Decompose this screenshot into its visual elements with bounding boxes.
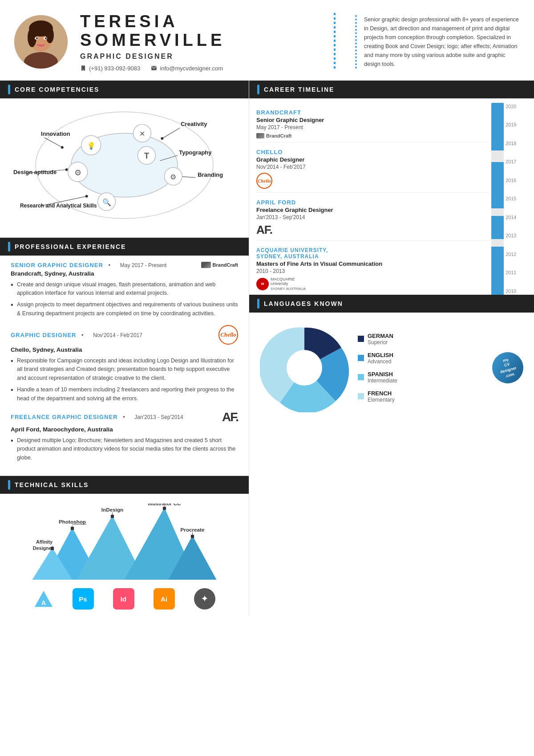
contact-info: (+91) 933-092-9083 info@mycvdesigner.com [80,65,314,72]
bullet-item: Responsible for Campaign concepts and id… [11,357,238,382]
right-column: CAREER TIMELINE BRANDCRAFT Senior Graphi… [249,81,534,616]
bullet-item: Create and design unique visual images, … [11,280,238,298]
chello-logo-tl: Chello [256,173,272,189]
tool-photoshop: Ps [73,588,94,610]
svg-text:⚙: ⚙ [170,173,176,181]
svg-text:T: T [144,151,149,160]
svg-text:InDesign: InDesign [101,507,123,512]
svg-line-18 [162,128,180,138]
job3-title-row: FREELANCE GRAPHIC DESIGNER • Jan'2013 - … [11,414,183,420]
bc-logo-icon [256,133,264,138]
skills-section: Photoshop InDesign Illustrator CC Affini… [0,494,249,616]
svg-point-19 [161,137,163,140]
lang-color-german [358,336,364,342]
job1-bullets: Create and design unique visual images, … [11,280,238,318]
brandcraft-logo: BrandCraft [201,262,238,268]
section-accent [257,299,259,309]
tool-affinity: A [34,589,53,609]
experience-section: SENIOR GRAPHIC DESIGNER • May 2017 - Pre… [0,256,249,476]
main-content: CORE COMPETENCIES [0,81,534,616]
af-logo: AF. [222,410,238,424]
section-accent [8,242,10,252]
svg-point-10 [37,44,44,47]
svg-text:Creativity: Creativity [181,121,207,127]
job2-header-row: GRAPHIC DESIGNER • Nov'2014 - Feb'2017 C… [11,325,238,345]
svg-text:Procreate: Procreate [181,527,205,532]
svg-point-9 [45,37,47,39]
svg-text:Innovation: Innovation [41,130,70,137]
job3-title: FREELANCE GRAPHIC DESIGNER [11,414,118,420]
lang-color-spanish [358,374,364,380]
bc-icon [201,262,211,268]
job-dates: May 2017 - Present [256,124,490,130]
svg-point-26 [65,168,68,171]
skills-mountain: Photoshop InDesign Illustrator CC Affini… [11,504,238,584]
lang-spanish: SPANISH Intermediate [358,371,397,384]
lang-english: ENGLISH Advanced [358,352,397,365]
job2-company: Chello, Sydney, Australia [11,346,238,353]
company-name: ACQUARIE UNIVERSITY,SYDNEY, AUSTRALIA [256,247,490,260]
professional-experience-header: PROFESSIONAL EXPERIENCE [0,238,249,256]
job-dates: 2010 - 2013 [256,268,490,274]
job1-title-row: SENIOR GRAPHIC DESIGNER • May 2017 - Pre… [11,262,166,268]
career-entries: BRANDCRAFT Senior Graphic Designer May 2… [256,103,490,295]
svg-line-16 [44,138,62,147]
brandcraft-logo-tl: BrandCraft [256,133,490,138]
svg-point-5 [46,27,54,43]
watermark: myCVdesigner.com [492,352,523,383]
svg-text:🔍: 🔍 [102,198,111,206]
core-competencies-header: CORE COMPETENCIES [0,81,249,98]
job2-date: Nov'2014 - Feb'2017 [93,332,142,338]
svg-text:Affinity: Affinity [36,539,53,545]
bar-filled-brandcraft [491,103,504,151]
svg-point-8 [36,37,38,39]
svg-point-4 [28,28,36,47]
macquarie-logo: M MACQUARIEUniversitySYDNEY AUSTRALIA [256,277,490,291]
job1-title: SENIOR GRAPHIC DESIGNER [11,262,103,268]
year-labels: 2020 2019 2018 2017 2016 2015 2014 2013 … [506,103,516,295]
lang-french: FRENCH Elementary [358,390,397,403]
svg-text:A: A [41,599,45,606]
lang-color-english [358,355,364,361]
section-accent [8,480,10,490]
timeline-entry-chello: CHELLO Graphic Designer Nov'2014 - Feb'2… [256,142,490,193]
svg-rect-12 [82,70,84,70]
section-accent [8,85,10,94]
language-list: GERMAN Superior ENGLISH Advanced [358,333,397,403]
tool-indesign: Id [113,588,134,610]
job3-company: April Ford, Maroochydore, Australia [11,426,238,433]
job-dates: Jan'2013 - Sep'2014 [256,214,490,220]
job-header-row: SENIOR GRAPHIC DESIGNER • May 2017 - Pre… [11,262,238,268]
timeline-entry-brandcraft: BRANDCRAFT Senior Graphic Designer May 2… [256,103,490,142]
competencies-section: ✕ T ⚙ 🔍 ⚙ 💡 [0,103,249,237]
technical-skills-header: TECHNICAL SKILLS [0,476,249,494]
svg-text:Branding: Branding [198,171,223,178]
job3-date: Jan'2013 - Sep'2014 [134,414,183,420]
bar-filled-chello [491,162,504,208]
full-name: TERESIA SOMERVILLE [80,12,314,50]
af-logo-tl: AF. [256,223,490,237]
phone: (+91) 933-092-9083 [80,65,140,72]
timeline-entry-university: ACQUARIE UNIVERSITY,SYDNEY, AUSTRALIA Ma… [256,241,490,295]
svg-rect-11 [81,65,85,71]
chello-logo: Chello [218,325,238,345]
tool-procreate: ✦ [194,588,215,610]
job2-title-row: GRAPHIC DESIGNER • Nov'2014 - Feb'2017 [11,332,142,338]
language-pie-chart [260,323,349,412]
bullet-item: Assign projects to meet department objec… [11,301,238,318]
bullet-item: Designed multiple Logo; Brochure; Newsle… [11,436,238,462]
bar-filled-university [491,247,504,295]
job-dates: Nov'2014 - Feb'2017 [256,164,490,170]
languages-content: GERMAN Superior ENGLISH Advanced [260,323,523,412]
job1-date: May 2017 - Present [120,262,167,268]
svg-text:Design aptitude: Design aptitude [13,169,57,175]
job3-header-row: FREELANCE GRAPHIC DESIGNER • Jan'2013 - … [11,410,238,424]
lang-color-french [358,393,364,399]
email: info@mycvdesigner.com [151,65,223,72]
dot-divider [334,13,336,71]
svg-text:Illustrator CC: Illustrator CC [148,504,181,506]
company-name: BRANDCRAFT [256,109,490,116]
lang-german: GERMAN Superior [358,333,397,345]
job-role: Senior Graphic Designer [256,117,490,123]
summary: Senior graphic design professional with … [355,15,520,69]
